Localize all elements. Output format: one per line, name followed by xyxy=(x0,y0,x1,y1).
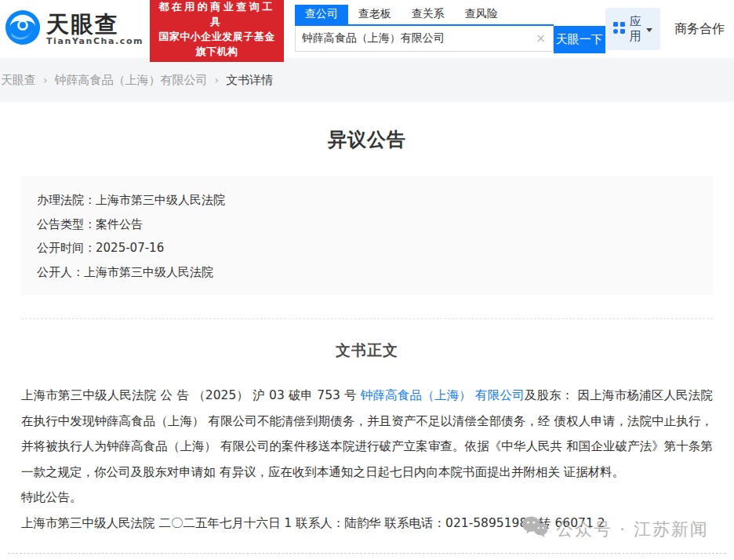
apps-menu[interactable]: 应用 xyxy=(605,8,660,50)
meta-label: 公开人： xyxy=(37,265,84,279)
tab-search-company[interactable]: 查公司 xyxy=(295,5,348,24)
breadcrumb-strip: 天眼查 › 钟薛高食品（上海）有限公司 › 文书详情 xyxy=(0,58,734,102)
tianyancha-eye-icon xyxy=(5,9,41,49)
apps-label: 应用 xyxy=(630,14,641,44)
document-body-heading: 文书正文 xyxy=(21,340,713,361)
business-cooperation-link[interactable]: 商务合作 xyxy=(674,21,725,38)
breadcrumb-current: 文书详情 xyxy=(226,73,273,88)
tab-search-relation[interactable]: 查关系 xyxy=(402,5,455,24)
tab-search-boss[interactable]: 查老板 xyxy=(348,5,402,24)
body-text-before-link: 上海市第三中级人民法院 公 告 （2025） 沪 03 破申 753 号 xyxy=(21,388,361,402)
meta-value: 上海市第三中级人民法院 xyxy=(84,265,213,279)
bottom-divider xyxy=(8,553,726,554)
promo-banner-line1: 都在用的商业查询工具 xyxy=(155,0,278,29)
meta-row-date: 公开时间：2025-07-16 xyxy=(37,236,697,260)
logo-brand-text: 天眼查 xyxy=(46,13,144,36)
meta-label: 公告类型： xyxy=(37,217,96,231)
logo-domain-text: TianYanCha.com xyxy=(46,36,144,46)
app-grid-icon xyxy=(613,22,625,37)
tianyancha-logo[interactable]: 天眼查 TianYanCha.com xyxy=(5,9,144,49)
page-title: 异议公告 xyxy=(21,102,713,152)
document-card: 异议公告 办理法院：上海市第三中级人民法院 公告类型：案件公告 公开时间：202… xyxy=(0,102,734,560)
search-tabs: 查公司 查老板 查关系 查风险 xyxy=(295,5,554,26)
watermark: 公众号 · 江苏新闻 xyxy=(521,515,709,543)
meta-row-type: 公告类型：案件公告 xyxy=(37,213,697,237)
divider xyxy=(21,318,713,319)
breadcrumb: 天眼查 › 钟薛高食品（上海）有限公司 › 文书详情 xyxy=(1,73,273,88)
search-button[interactable]: 天眼一下 xyxy=(554,26,605,53)
top-bar: 天眼查 TianYanCha.com 都在用的商业查询工具 国家中小企业发展子基… xyxy=(0,0,734,58)
breadcrumb-separator-icon: › xyxy=(215,74,220,86)
meta-value: 案件公告 xyxy=(96,217,143,231)
meta-row-publisher: 公开人：上海市第三中级人民法院 xyxy=(37,260,697,285)
breadcrumb-separator-icon: › xyxy=(43,74,48,86)
watermark-text: 公众号 · 江苏新闻 xyxy=(556,518,709,541)
breadcrumb-home[interactable]: 天眼查 xyxy=(1,73,36,88)
meta-label: 办理法院： xyxy=(37,193,96,207)
meta-value: 上海市第三中级人民法院 xyxy=(96,193,225,207)
meta-row-court: 办理法院：上海市第三中级人民法院 xyxy=(37,188,697,213)
closing-line: 特此公告。 xyxy=(21,485,713,511)
meta-value: 2025-07-16 xyxy=(96,241,164,255)
announcement-meta-box: 办理法院：上海市第三中级人民法院 公告类型：案件公告 公开时间：2025-07-… xyxy=(21,176,713,295)
breadcrumb-company[interactable]: 钟薛高食品（上海）有限公司 xyxy=(55,73,208,88)
search-row: × 天眼一下 xyxy=(295,26,605,53)
chevron-down-icon xyxy=(646,28,652,32)
meta-label: 公开时间： xyxy=(37,241,96,255)
promo-banner: 都在用的商业查询工具 国家中小企业发展子基金旗下机构 xyxy=(150,0,284,62)
document-paragraph: 上海市第三中级人民法院 公 告 （2025） 沪 03 破申 753 号 钟薛高… xyxy=(21,383,713,485)
clear-search-icon[interactable]: × xyxy=(534,31,553,45)
tab-search-risk[interactable]: 查风险 xyxy=(455,5,508,24)
wechat-icon xyxy=(521,515,548,543)
company-link[interactable]: 钟薛高食品（上海） 有限公司 xyxy=(361,388,525,402)
search-input[interactable] xyxy=(296,32,534,45)
page: 天眼查 TianYanCha.com 都在用的商业查询工具 国家中小企业发展子基… xyxy=(0,0,734,560)
search-box: × xyxy=(295,26,554,52)
promo-banner-line2: 国家中小企业发展子基金旗下机构 xyxy=(155,29,278,59)
search-module: 查公司 查老板 查关系 查风险 × 天眼一下 xyxy=(295,5,605,53)
